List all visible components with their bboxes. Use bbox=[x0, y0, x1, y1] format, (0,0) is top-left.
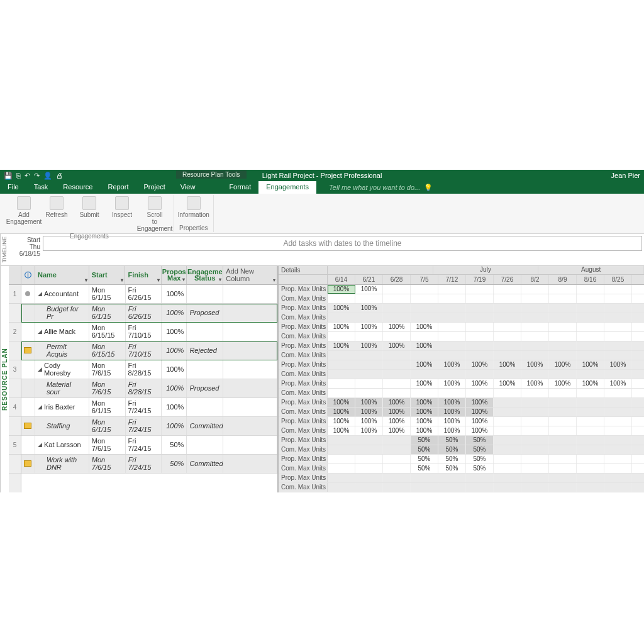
timephased-cell[interactable] bbox=[494, 483, 521, 492]
timephased-cell[interactable] bbox=[355, 455, 383, 464]
timephased-cell[interactable] bbox=[438, 351, 466, 360]
timephased-cell[interactable] bbox=[466, 351, 494, 360]
timephased-cell[interactable]: 50% bbox=[438, 436, 466, 445]
timephased-cell[interactable] bbox=[604, 341, 632, 350]
timephased-cell[interactable] bbox=[328, 445, 355, 454]
tab-file[interactable]: File bbox=[0, 181, 26, 194]
timephased-cell[interactable]: 100% bbox=[328, 304, 355, 313]
timephased-cell[interactable] bbox=[577, 474, 604, 482]
timephased-cell[interactable] bbox=[549, 341, 577, 350]
timephased-cell[interactable]: 100% bbox=[466, 379, 494, 388]
timephased-cell[interactable] bbox=[521, 408, 549, 416]
timephased-cell[interactable] bbox=[494, 464, 521, 473]
timephased-cell[interactable] bbox=[328, 379, 355, 388]
timephased-cell[interactable] bbox=[604, 408, 632, 416]
timephased-cell[interactable]: 100% bbox=[383, 398, 411, 407]
user-icon[interactable]: 👤 bbox=[43, 172, 52, 180]
timephased-cell[interactable] bbox=[549, 455, 577, 464]
timephased-cell[interactable] bbox=[549, 285, 577, 294]
timephased-cell[interactable] bbox=[549, 304, 577, 313]
timephased-cell[interactable] bbox=[604, 389, 632, 397]
timephased-cell[interactable] bbox=[521, 483, 549, 492]
timephased-cell[interactable] bbox=[466, 389, 494, 397]
timephased-cell[interactable] bbox=[521, 445, 549, 454]
user-name[interactable]: Jean Pier bbox=[611, 172, 640, 179]
ribbon-inspect-button[interactable]: Inspect bbox=[108, 196, 136, 218]
print-icon[interactable]: 🖨 bbox=[56, 172, 63, 179]
timephased-cell[interactable] bbox=[577, 389, 604, 397]
timephased-cell[interactable] bbox=[604, 436, 632, 445]
timephased-cell[interactable] bbox=[383, 304, 411, 313]
timephased-cell[interactable] bbox=[577, 294, 604, 303]
timephased-cell[interactable]: 100% bbox=[355, 341, 383, 350]
timephased-cell[interactable] bbox=[411, 483, 438, 492]
timephased-cell[interactable] bbox=[383, 285, 411, 294]
ribbon-information-button[interactable]: Information bbox=[180, 196, 208, 218]
timephased-cell[interactable] bbox=[383, 351, 411, 360]
timephased-cell[interactable] bbox=[604, 445, 632, 454]
engagement-row[interactable]: StaffingMon 6/1/15Fri 7/24/15100%Committ… bbox=[21, 417, 277, 436]
timephased-cell[interactable] bbox=[549, 351, 577, 360]
timephased-cell[interactable] bbox=[383, 464, 411, 473]
timephased-cell[interactable] bbox=[521, 332, 549, 341]
timephased-cell[interactable] bbox=[604, 474, 632, 482]
resource-row[interactable]: ◢Allie MackMon 6/15/15Fri 7/10/15100% bbox=[21, 323, 277, 341]
timephased-cell[interactable] bbox=[466, 285, 494, 294]
timephased-cell[interactable] bbox=[549, 483, 577, 492]
timephased-cell[interactable] bbox=[577, 436, 604, 445]
timephased-cell[interactable]: 50% bbox=[438, 464, 466, 473]
timephased-cell[interactable] bbox=[494, 436, 521, 445]
ribbon-add-engagement-button[interactable]: AddEngagement bbox=[10, 196, 38, 225]
timephased-cell[interactable] bbox=[383, 455, 411, 464]
timephased-cell[interactable]: 100% bbox=[438, 379, 466, 388]
timephased-cell[interactable] bbox=[383, 370, 411, 379]
timephased-cell[interactable] bbox=[383, 294, 411, 303]
timephased-cell[interactable] bbox=[355, 332, 383, 341]
tab-project[interactable]: Project bbox=[136, 181, 172, 194]
week-header[interactable]: 8/2 bbox=[521, 275, 549, 284]
ribbon-submit-button[interactable]: Submit bbox=[75, 196, 103, 218]
timephased-cell[interactable]: 100% bbox=[549, 379, 577, 388]
timephased-cell[interactable] bbox=[355, 445, 383, 454]
timephased-cell[interactable] bbox=[494, 294, 521, 303]
timephased-cell[interactable]: 100% bbox=[577, 360, 604, 369]
timephased-cell[interactable]: 100% bbox=[355, 304, 383, 313]
timephased-cell[interactable]: 100% bbox=[494, 379, 521, 388]
copy-icon[interactable]: ⎘ bbox=[16, 172, 21, 179]
timephased-cell[interactable] bbox=[411, 313, 438, 322]
timephased-cell[interactable]: 100% bbox=[355, 285, 383, 294]
timephased-cell[interactable] bbox=[411, 351, 438, 360]
timephased-cell[interactable] bbox=[604, 426, 632, 435]
timephased-cell[interactable] bbox=[549, 370, 577, 379]
timephased-cell[interactable]: 100% bbox=[577, 379, 604, 388]
timephased-cell[interactable] bbox=[438, 313, 466, 322]
timephased-cell[interactable] bbox=[577, 455, 604, 464]
timephased-cell[interactable] bbox=[438, 474, 466, 482]
timephased-cell[interactable] bbox=[466, 370, 494, 379]
timephased-cell[interactable] bbox=[438, 483, 466, 492]
timephased-cell[interactable] bbox=[438, 285, 466, 294]
timephased-cell[interactable] bbox=[521, 313, 549, 322]
timephased-cell[interactable] bbox=[549, 389, 577, 397]
timephased-cell[interactable]: 100% bbox=[604, 379, 632, 388]
timephased-cell[interactable] bbox=[494, 455, 521, 464]
timephased-cell[interactable] bbox=[494, 398, 521, 407]
timephased-cell[interactable] bbox=[521, 351, 549, 360]
week-header[interactable]: 7/26 bbox=[494, 275, 521, 284]
timephased-cell[interactable] bbox=[521, 474, 549, 482]
undo-icon[interactable]: ↶ bbox=[25, 172, 30, 180]
timephased-cell[interactable]: 100% bbox=[355, 417, 383, 426]
timephased-cell[interactable] bbox=[383, 389, 411, 397]
resource-row[interactable]: ◢Iris BaxterMon 6/1/15Fri 7/24/15100% bbox=[21, 398, 277, 417]
timephased-cell[interactable] bbox=[494, 389, 521, 397]
timephased-cell[interactable]: 50% bbox=[411, 455, 438, 464]
week-header[interactable]: 6/14 bbox=[328, 275, 355, 284]
timephased-cell[interactable] bbox=[577, 417, 604, 426]
timephased-cell[interactable] bbox=[521, 426, 549, 435]
timephased-cell[interactable] bbox=[328, 332, 355, 341]
timephased-cell[interactable] bbox=[604, 483, 632, 492]
timephased-cell[interactable] bbox=[577, 408, 604, 416]
col-engagement-status[interactable]: EngagemeStatus▾ bbox=[187, 266, 223, 284]
timephased-cell[interactable]: 100% bbox=[411, 417, 438, 426]
timephased-cell[interactable] bbox=[549, 313, 577, 322]
